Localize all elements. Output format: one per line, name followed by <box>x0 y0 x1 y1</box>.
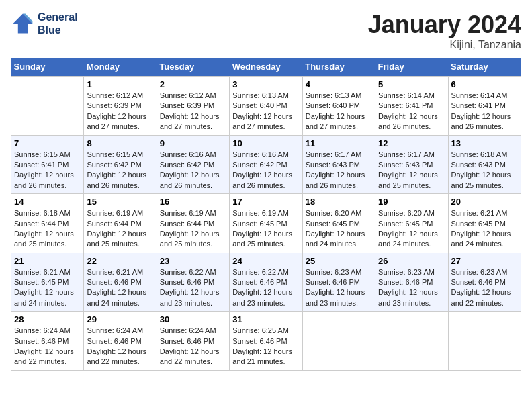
calendar-cell: 11Sunrise: 6:17 AMSunset: 6:43 PMDayligh… <box>302 135 375 194</box>
daylight-text: Daylight: 12 hours and 26 minutes. <box>451 111 518 132</box>
daylight-text: Daylight: 12 hours and 26 minutes. <box>306 170 372 191</box>
day-number: 12 <box>378 138 445 148</box>
day-number: 30 <box>160 314 226 324</box>
sunset-text: Sunset: 6:40 PM <box>306 101 372 111</box>
week-row: 21Sunrise: 6:21 AMSunset: 6:45 PMDayligh… <box>11 253 521 312</box>
calendar-cell: 2Sunrise: 6:12 AMSunset: 6:39 PMDaylight… <box>157 77 229 136</box>
sunset-text: Sunset: 6:40 PM <box>232 101 299 111</box>
day-info: Sunrise: 6:24 AMSunset: 6:46 PMDaylight:… <box>87 326 153 367</box>
svg-marker-0 <box>13 14 33 34</box>
day-info: Sunrise: 6:17 AMSunset: 6:43 PMDaylight:… <box>306 150 372 191</box>
day-info: Sunrise: 6:19 AMSunset: 6:45 PMDaylight:… <box>232 208 299 250</box>
calendar-cell <box>302 312 375 371</box>
sunrise-text: Sunrise: 6:24 AM <box>160 326 226 336</box>
calendar-cell: 5Sunrise: 6:14 AMSunset: 6:41 PMDaylight… <box>375 77 448 136</box>
sunset-text: Sunset: 6:46 PM <box>160 277 226 287</box>
calendar-cell: 1Sunrise: 6:12 AMSunset: 6:39 PMDaylight… <box>84 77 157 136</box>
calendar-cell: 9Sunrise: 6:16 AMSunset: 6:42 PMDaylight… <box>157 135 229 194</box>
sunrise-text: Sunrise: 6:22 AM <box>160 267 226 277</box>
day-number: 16 <box>160 197 226 207</box>
calendar-cell: 29Sunrise: 6:24 AMSunset: 6:46 PMDayligh… <box>84 312 157 371</box>
daylight-text: Daylight: 12 hours and 26 minutes. <box>160 170 226 191</box>
calendar-cell: 31Sunrise: 6:25 AMSunset: 6:46 PMDayligh… <box>230 312 302 371</box>
sunrise-text: Sunrise: 6:13 AM <box>232 91 299 101</box>
sunset-text: Sunset: 6:46 PM <box>378 277 445 287</box>
day-number: 8 <box>87 138 153 148</box>
sunset-text: Sunset: 6:41 PM <box>14 160 81 170</box>
sunrise-text: Sunrise: 6:23 AM <box>378 267 445 277</box>
sunrise-text: Sunrise: 6:25 AM <box>232 326 299 336</box>
sunset-text: Sunset: 6:43 PM <box>378 160 445 170</box>
logo-icon <box>11 11 35 36</box>
sunrise-text: Sunrise: 6:23 AM <box>451 267 518 277</box>
sunset-text: Sunset: 6:46 PM <box>160 336 226 347</box>
sunrise-text: Sunrise: 6:15 AM <box>14 150 81 160</box>
sunrise-text: Sunrise: 6:18 AM <box>451 150 518 160</box>
calendar-cell: 28Sunrise: 6:24 AMSunset: 6:46 PMDayligh… <box>11 312 84 371</box>
daylight-text: Daylight: 12 hours and 25 minutes. <box>232 229 299 250</box>
daylight-text: Daylight: 12 hours and 25 minutes. <box>14 229 81 250</box>
daylight-text: Daylight: 12 hours and 26 minutes. <box>87 170 153 191</box>
daylight-text: Daylight: 12 hours and 27 minutes. <box>232 111 299 132</box>
sunset-text: Sunset: 6:44 PM <box>160 219 226 229</box>
sunrise-text: Sunrise: 6:16 AM <box>160 150 226 160</box>
daylight-text: Daylight: 12 hours and 25 minutes. <box>87 229 153 250</box>
sunset-text: Sunset: 6:45 PM <box>306 219 372 229</box>
day-info: Sunrise: 6:23 AMSunset: 6:46 PMDaylight:… <box>378 267 445 309</box>
daylight-text: Daylight: 12 hours and 26 minutes. <box>378 111 445 132</box>
day-number: 9 <box>160 138 226 148</box>
calendar-cell: 25Sunrise: 6:23 AMSunset: 6:46 PMDayligh… <box>302 253 375 312</box>
sunrise-text: Sunrise: 6:21 AM <box>87 267 153 277</box>
sunrise-text: Sunrise: 6:13 AM <box>306 91 372 101</box>
calendar-cell: 30Sunrise: 6:24 AMSunset: 6:46 PMDayligh… <box>157 312 229 371</box>
day-number: 19 <box>378 197 445 207</box>
sunrise-text: Sunrise: 6:23 AM <box>306 267 372 277</box>
sunset-text: Sunset: 6:46 PM <box>306 277 372 287</box>
day-number: 6 <box>451 79 518 89</box>
sunset-text: Sunset: 6:45 PM <box>14 277 81 287</box>
calendar-cell: 10Sunrise: 6:16 AMSunset: 6:42 PMDayligh… <box>230 135 302 194</box>
day-info: Sunrise: 6:19 AMSunset: 6:44 PMDaylight:… <box>87 208 153 250</box>
daylight-text: Daylight: 12 hours and 27 minutes. <box>306 111 372 132</box>
day-info: Sunrise: 6:24 AMSunset: 6:46 PMDaylight:… <box>14 326 81 367</box>
logo: General Blue <box>11 11 78 36</box>
calendar-cell: 14Sunrise: 6:18 AMSunset: 6:44 PMDayligh… <box>11 194 84 253</box>
daylight-text: Daylight: 12 hours and 24 minutes. <box>87 287 153 308</box>
daylight-text: Daylight: 12 hours and 23 minutes. <box>160 287 226 308</box>
day-info: Sunrise: 6:13 AMSunset: 6:40 PMDaylight:… <box>306 91 372 132</box>
sunrise-text: Sunrise: 6:17 AM <box>306 150 372 160</box>
calendar-cell: 15Sunrise: 6:19 AMSunset: 6:44 PMDayligh… <box>84 194 157 253</box>
day-number: 26 <box>378 256 445 266</box>
day-number: 29 <box>87 314 153 324</box>
day-info: Sunrise: 6:12 AMSunset: 6:39 PMDaylight:… <box>160 91 226 132</box>
day-number: 27 <box>451 256 518 266</box>
sunset-text: Sunset: 6:42 PM <box>232 160 299 170</box>
day-number: 4 <box>306 79 372 89</box>
calendar-cell: 16Sunrise: 6:19 AMSunset: 6:44 PMDayligh… <box>157 194 229 253</box>
day-info: Sunrise: 6:19 AMSunset: 6:44 PMDaylight:… <box>160 208 226 250</box>
logo-text: General Blue <box>38 11 78 36</box>
day-number: 7 <box>14 138 81 148</box>
day-info: Sunrise: 6:15 AMSunset: 6:42 PMDaylight:… <box>87 150 153 191</box>
day-number: 17 <box>232 197 299 207</box>
sunrise-text: Sunrise: 6:21 AM <box>451 208 518 218</box>
calendar-cell: 21Sunrise: 6:21 AMSunset: 6:45 PMDayligh… <box>11 253 84 312</box>
calendar-cell <box>448 312 521 371</box>
sunrise-text: Sunrise: 6:19 AM <box>232 208 299 218</box>
day-info: Sunrise: 6:18 AMSunset: 6:44 PMDaylight:… <box>14 208 81 250</box>
day-number: 11 <box>306 138 372 148</box>
sunrise-text: Sunrise: 6:24 AM <box>14 326 81 336</box>
sunset-text: Sunset: 6:42 PM <box>87 160 153 170</box>
sunset-text: Sunset: 6:41 PM <box>451 101 518 111</box>
sunset-text: Sunset: 6:42 PM <box>160 160 226 170</box>
sunset-text: Sunset: 6:45 PM <box>232 219 299 229</box>
day-info: Sunrise: 6:23 AMSunset: 6:46 PMDaylight:… <box>306 267 372 309</box>
daylight-text: Daylight: 12 hours and 23 minutes. <box>306 287 372 308</box>
daylight-text: Daylight: 12 hours and 24 minutes. <box>14 287 81 308</box>
sunrise-text: Sunrise: 6:12 AM <box>87 91 153 101</box>
daylight-text: Daylight: 12 hours and 23 minutes. <box>232 287 299 308</box>
calendar-cell: 4Sunrise: 6:13 AMSunset: 6:40 PMDaylight… <box>302 77 375 136</box>
daylight-text: Daylight: 12 hours and 26 minutes. <box>14 170 81 191</box>
sunrise-text: Sunrise: 6:20 AM <box>306 208 372 218</box>
day-info: Sunrise: 6:22 AMSunset: 6:46 PMDaylight:… <box>232 267 299 309</box>
